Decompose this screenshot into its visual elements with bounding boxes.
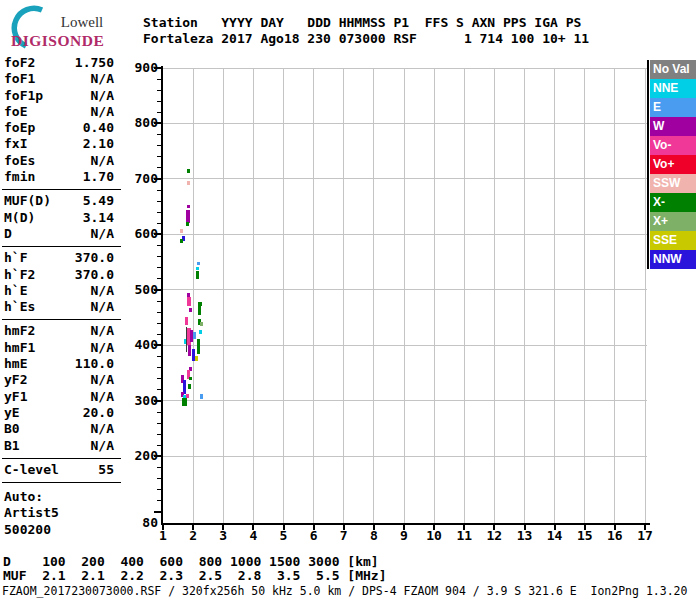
y-minor-tick [157,201,161,202]
x-axis-line [161,523,650,525]
y-axis-line [161,66,163,525]
x-tick-label: 2 [182,529,204,543]
grid-line-vertical [434,68,435,523]
grid-line-vertical [404,68,405,523]
x-tick-label: 11 [453,529,475,543]
x-tick-label: 10 [423,529,445,543]
legend-item-e: E [650,98,696,117]
y-minor-tick [157,79,161,80]
legend-item-vo+: Vo+ [650,155,696,174]
echo-mark-x- [189,377,192,381]
legend-item-no-val: No Val [650,60,696,79]
legend-item-ssw: SSW [650,174,696,193]
x-tick-label: 8 [363,529,385,543]
y-minor-tick [157,312,161,313]
grid-line-horizontal [163,289,647,290]
grid-line-vertical [524,68,525,523]
legend-item-x-: X- [650,193,696,212]
echo-mark-x- [186,222,189,226]
echo-mark-sse [195,356,198,361]
echo-mark-w [187,205,190,208]
x-tick-label: 5 [273,529,295,543]
echo-mark-x- [198,302,201,315]
y-tick-label: 300 [126,394,158,408]
y-tick-label: 800 [126,116,158,130]
grid-line-vertical [554,68,555,523]
ionogram-plot: 9008007006005004003002008012345678910111… [0,0,700,600]
echo-mark-w [189,308,192,312]
echo-mark-ssw [187,181,190,185]
grid-line-horizontal [163,400,647,401]
legend-item-w: W [650,117,696,136]
grid-line-vertical [584,68,585,523]
grid-line-vertical [645,68,646,523]
y-minor-tick [157,434,161,435]
echo-mark-x- [197,339,200,354]
y-tick-label: 500 [126,283,158,297]
grid-line-horizontal [163,234,647,235]
y-minor-tick [157,267,161,268]
grid-line-horizontal [163,123,647,124]
echo-mark-x- [188,384,191,390]
echo-mark-vo- [185,317,188,325]
y-minor-tick [157,489,161,490]
y-minor-tick [157,389,161,390]
y-minor-tick [157,478,161,479]
grid-line-horizontal [163,456,647,457]
grid-line-horizontal [163,178,647,179]
y-minor-tick [157,467,161,468]
grid-line-vertical [494,68,495,523]
grid-line-vertical [223,68,224,523]
grid-line-horizontal [163,345,647,346]
y-minor-tick [157,134,161,135]
muf-values-row: MUF 2.1 2.1 2.2 2.3 2.5 2.8 3.5 5.5 [MHz… [3,569,387,583]
echo-mark-e [200,394,203,398]
y-major-tick [154,511,161,513]
echo-mark-w [188,345,191,356]
echo-mark-x- [196,271,199,279]
y-minor-tick [157,112,161,113]
muf-distance-row: D 100 200 400 600 800 1000 1500 3000 [km… [3,555,379,569]
grid-line-vertical [614,68,615,523]
legend-item-nne: NNE [650,79,696,98]
legend-item-vo-: Vo- [650,136,696,155]
grid-line-horizontal [163,68,647,69]
legend-item-sse: SSE [650,231,696,250]
echo-mark-nne [196,267,199,270]
y-tick-label: 700 [126,172,158,186]
y-tick-label: 80 [126,516,158,530]
y-tick-label: 200 [126,449,158,463]
x-tick-label: 7 [333,529,355,543]
y-minor-tick [157,301,161,302]
y-tick-label: 900 [126,61,158,75]
x-tick-label: 17 [634,529,656,543]
echo-mark-nne [199,330,202,334]
legend-item-nnw: NNW [650,250,696,269]
y-minor-tick [157,223,161,224]
x-tick-label: 14 [544,529,566,543]
file-status-line: FZAOM_2017230073000.RSF / 320fx256h 50 k… [2,585,687,598]
y-minor-tick [157,378,161,379]
x-tick-label: 9 [393,529,415,543]
grid-line-vertical [343,68,344,523]
x-tick-label: 13 [514,529,536,543]
y-minor-tick [157,212,161,213]
grid-line-vertical [464,68,465,523]
y-minor-tick [157,323,161,324]
legend-item-x+: X+ [650,212,696,231]
y-minor-tick [157,90,161,91]
y-minor-tick [157,500,161,501]
y-minor-tick [157,101,161,102]
x-tick-label: 16 [604,529,626,543]
grid-line-vertical [283,68,284,523]
y-minor-tick [157,167,161,168]
direction-legend: No ValNNEEWVo-Vo+SSWX-X+SSENNW [647,60,696,269]
y-minor-tick [157,445,161,446]
y-minor-tick [157,412,161,413]
x-tick-label: 15 [574,529,596,543]
digisonde-ionogram-viewer: Lowell DIGISONDE Station YYYY DAY DDD HH… [0,0,700,600]
echo-mark-vo- [187,297,191,306]
x-tick-label: 6 [303,529,325,543]
echo-mark-x- [180,239,183,243]
echo-mark-x- [187,169,190,173]
